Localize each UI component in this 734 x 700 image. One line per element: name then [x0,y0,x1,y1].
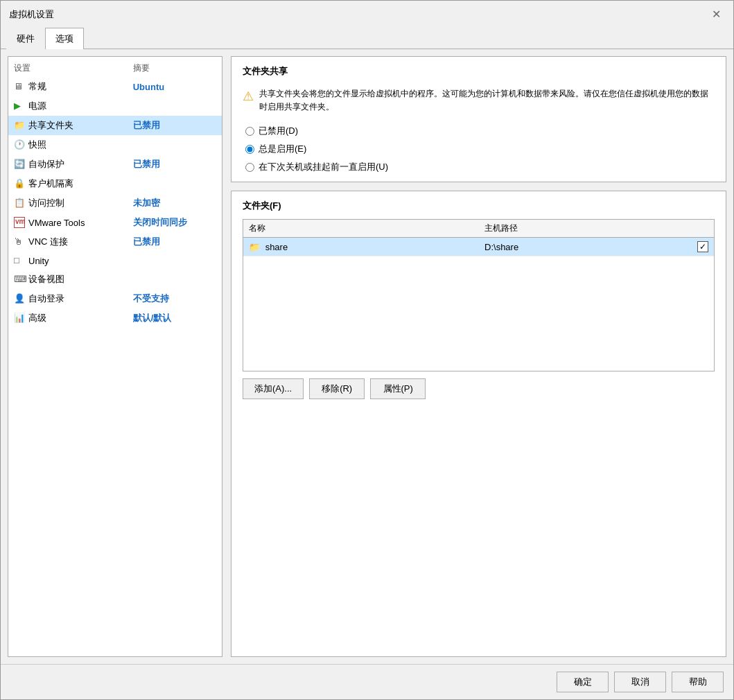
snapshot-icon: 🕐 [14,139,25,150]
radio-always-on[interactable]: 总是启用(E) [245,143,715,155]
title-bar: 虚拟机设置 ✕ [1,1,733,28]
row-label: 电源 [28,100,46,112]
row-label: 自动保护 [28,158,64,170]
row-value [128,96,222,116]
radio-until-off-label: 在下次关机或挂起前一直启用(U) [259,161,388,173]
row-label: 设备视图 [28,273,64,286]
table-row[interactable]: □ Unity [8,252,222,270]
col-settings: 设置 [8,57,128,77]
row-value: 关闭时间同步 [128,213,222,232]
row-value: 已禁用 [128,116,222,135]
cancel-button[interactable]: 取消 [614,672,666,692]
folders-title: 文件夹(F) [243,200,715,212]
right-panel: 文件夹共享 ⚠ 共享文件夹会将您的文件显示给虚拟机中的程序。这可能为您的计算机和… [231,56,726,657]
row-label: 高级 [28,312,46,324]
row-label: 共享文件夹 [28,119,73,132]
radio-until-off[interactable]: 在下次关机或挂起前一直启用(U) [245,161,715,173]
isolation-icon: 🔒 [14,178,25,189]
folder-sharing-section: 文件夹共享 ⚠ 共享文件夹会将您的文件显示给虚拟机中的程序。这可能为您的计算机和… [231,56,726,182]
device-icon: ⌨ [14,274,25,285]
table-row[interactable]: ▶ 电源 [8,96,222,116]
row-label: Unity [28,256,49,266]
warning-box: ⚠ 共享文件夹会将您的文件显示给虚拟机中的程序。这可能为您的计算机和数据带来风险… [243,85,715,116]
folder-row[interactable]: 📁 share D:\share ✓ [243,238,714,256]
row-label: VMware Tools [28,218,85,228]
vmware-icon: vm [14,217,25,228]
col-enabled [692,220,714,238]
remove-button[interactable]: 移除(R) [309,378,365,399]
row-value: Ubuntu [128,77,222,96]
row-label: 客户机隔离 [28,177,73,190]
radio-disabled-label: 已禁用(D) [259,125,298,137]
table-row[interactable]: 🖱 VNC 连接 已禁用 [8,232,222,252]
ok-button[interactable]: 确定 [557,672,609,692]
shared-folder-icon: 📁 [14,120,25,131]
monitor-icon: 🖥 [14,81,25,92]
table-row[interactable]: 🔄 自动保护 已禁用 [8,155,222,174]
table-row[interactable]: 📊 高级 默认/默认 [8,308,222,328]
folders-section: 文件夹(F) 名称 主机路径 [231,191,726,657]
folder-icon: 📁 [249,242,260,252]
access-icon: 📋 [14,198,25,209]
row-label: VNC 连接 [28,236,68,248]
radio-always-on-label: 总是启用(E) [259,143,306,155]
radio-disabled-input[interactable] [245,127,254,136]
row-value [128,174,222,193]
col-summary: 摘要 [128,57,222,77]
warning-text: 共享文件夹会将您的文件显示给虚拟机中的程序。这可能为您的计算机和数据带来风险。请… [259,87,715,114]
row-label: 访问控制 [28,197,64,209]
tab-hardware[interactable]: 硬件 [6,28,45,49]
table-row[interactable]: 🕐 快照 [8,135,222,155]
folder-checked-icon[interactable]: ✓ [697,241,708,252]
close-button[interactable]: ✕ [708,6,725,22]
autosave-icon: 🔄 [14,159,25,170]
main-content: 设置 摘要 🖥 常规 Ubuntu [1,49,733,664]
row-label: 快照 [28,139,46,151]
col-host-path: 主机路径 [479,220,692,238]
bottom-bar: 确定 取消 帮助 [1,664,733,699]
table-row[interactable]: ⌨ 设备视图 [8,270,222,289]
sharing-options: 已禁用(D) 总是启用(E) 在下次关机或挂起前一直启用(U) [243,125,715,173]
table-row-shared-folder[interactable]: 📁 共享文件夹 已禁用 [8,116,222,135]
row-label: 自动登录 [28,292,64,305]
radio-disabled[interactable]: 已禁用(D) [245,125,715,137]
warning-icon: ⚠ [243,89,254,114]
tabs-bar: 硬件 选项 [1,28,733,49]
row-value: 默认/默认 [128,308,222,328]
folder-checkbox-cell: ✓ [692,238,714,256]
radio-always-on-input[interactable] [245,145,254,154]
add-button[interactable]: 添加(A)... [243,378,304,399]
table-row[interactable]: 📋 访问控制 未加密 [8,193,222,213]
folder-table: 名称 主机路径 📁 share D:\share [243,220,714,256]
folder-name: share [265,242,288,252]
tab-options[interactable]: 选项 [45,28,84,49]
row-value: 已禁用 [128,232,222,252]
advanced-icon: 📊 [14,313,25,324]
col-name: 名称 [243,220,479,238]
folder-sharing-title: 文件夹共享 [243,65,715,78]
left-panel: 设置 摘要 🖥 常规 Ubuntu [8,56,222,657]
row-value: 不受支持 [128,289,222,308]
row-label: 常规 [28,80,46,93]
table-row[interactable]: 👤 自动登录 不受支持 [8,289,222,308]
table-row[interactable]: 🔒 客户机隔离 [8,174,222,193]
table-row[interactable]: 🖥 常规 Ubuntu [8,77,222,96]
power-icon: ▶ [14,100,25,112]
action-buttons: 添加(A)... 移除(R) 属性(P) [243,378,715,399]
autologin-icon: 👤 [14,293,25,304]
vnc-icon: 🖱 [14,236,25,247]
row-value [128,270,222,289]
row-value [128,135,222,155]
unity-icon: □ [14,255,25,266]
row-value [128,252,222,270]
folder-table-container[interactable]: 名称 主机路径 📁 share D:\share [243,219,715,371]
window-title: 虚拟机设置 [9,8,54,21]
row-value: 已禁用 [128,155,222,174]
help-button[interactable]: 帮助 [672,672,724,692]
properties-button[interactable]: 属性(P) [370,378,426,399]
window: 虚拟机设置 ✕ 硬件 选项 设置 摘要 [0,0,734,700]
radio-until-off-input[interactable] [245,163,254,172]
table-row[interactable]: vm VMware Tools 关闭时间同步 [8,213,222,232]
row-value: 未加密 [128,193,222,213]
settings-table: 设置 摘要 🖥 常规 Ubuntu [8,57,222,328]
